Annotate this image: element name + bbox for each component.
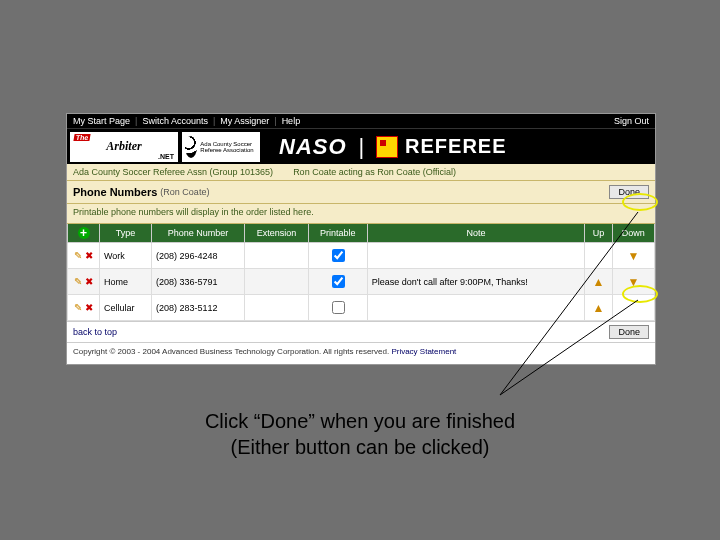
copyright: Copyright © 2003 - 2004 Advanced Busines… bbox=[67, 342, 655, 364]
soccer-ball-icon bbox=[185, 136, 197, 158]
referee-flag-icon bbox=[376, 136, 398, 158]
table-row: ✎ ✖Cellular(208) 283-5112▲ bbox=[68, 295, 655, 321]
header-up: Up bbox=[585, 224, 613, 243]
copyright-text: Copyright © 2003 - 2004 Advanced Busines… bbox=[73, 347, 389, 356]
cell-ext bbox=[245, 269, 309, 295]
delete-icon[interactable]: ✖ bbox=[85, 302, 93, 313]
nav-my-assigner[interactable]: My Assigner bbox=[220, 116, 269, 126]
table-row: ✎ ✖Home(208) 336-5791Please don't call a… bbox=[68, 269, 655, 295]
header-printable: Printable bbox=[308, 224, 367, 243]
cell-type: Work bbox=[100, 243, 152, 269]
arbiter-logo: The Arbiter .NET bbox=[69, 131, 179, 163]
page-subtitle: (Ron Coate) bbox=[160, 187, 209, 197]
cell-note bbox=[367, 243, 585, 269]
banner: The Arbiter .NET Ada County Soccer Refer… bbox=[67, 128, 655, 164]
privacy-link[interactable]: Privacy Statement bbox=[391, 347, 456, 356]
banner-divider: | bbox=[359, 134, 365, 160]
down-arrow-icon[interactable]: ▼ bbox=[627, 249, 639, 263]
edit-icon[interactable]: ✎ bbox=[74, 276, 82, 287]
cell-ext bbox=[245, 295, 309, 321]
nav-help[interactable]: Help bbox=[282, 116, 301, 126]
header-type: Type bbox=[100, 224, 152, 243]
section-hint: Printable phone numbers will display in … bbox=[67, 204, 655, 224]
cell-ext bbox=[245, 243, 309, 269]
header-ext: Extension bbox=[245, 224, 309, 243]
header-note: Note bbox=[367, 224, 585, 243]
cell-phone: (208) 296-4248 bbox=[152, 243, 245, 269]
arbiter-net: .NET bbox=[158, 153, 174, 160]
section-header: Phone Numbers (Ron Coate) Done bbox=[67, 181, 655, 204]
nav-sign-out[interactable]: Sign Out bbox=[614, 116, 649, 126]
page-title: Phone Numbers bbox=[73, 186, 157, 198]
breadcrumb: Ada County Soccer Referee Assn (Group 10… bbox=[67, 164, 655, 181]
delete-icon[interactable]: ✖ bbox=[85, 250, 93, 261]
naso-logo: NASO bbox=[279, 134, 347, 160]
cell-note bbox=[367, 295, 585, 321]
cell-phone: (208) 283-5112 bbox=[152, 295, 245, 321]
edit-icon[interactable]: ✎ bbox=[74, 250, 82, 261]
referee-wordmark: REFEREE bbox=[405, 135, 506, 157]
cell-note: Please don't call after 9:00PM, Thanks! bbox=[367, 269, 585, 295]
arbiter-the-badge: The bbox=[73, 134, 91, 141]
cell-type: Cellular bbox=[100, 295, 152, 321]
app-window: My Start Page | Switch Accounts | My Ass… bbox=[66, 113, 656, 365]
header-down: Down bbox=[612, 224, 654, 243]
add-icon[interactable]: + bbox=[78, 227, 90, 239]
nav-switch-accounts[interactable]: Switch Accounts bbox=[142, 116, 208, 126]
cell-type: Home bbox=[100, 269, 152, 295]
association-name: Ada County Soccer Referee Association bbox=[200, 141, 260, 153]
table-row: ✎ ✖Work(208) 296-4248▼ bbox=[68, 243, 655, 269]
header-phone: Phone Number bbox=[152, 224, 245, 243]
group-label: Ada County Soccer Referee Assn (Group 10… bbox=[73, 167, 273, 177]
delete-icon[interactable]: ✖ bbox=[85, 276, 93, 287]
association-logo: Ada County Soccer Referee Association bbox=[181, 131, 261, 163]
cell-phone: (208) 336-5791 bbox=[152, 269, 245, 295]
back-to-top-link[interactable]: back to top bbox=[73, 327, 117, 337]
up-arrow-icon[interactable]: ▲ bbox=[593, 301, 605, 315]
done-button-bottom[interactable]: Done bbox=[609, 325, 649, 339]
footer-bar: back to top Done bbox=[67, 321, 655, 342]
caption-line-2: (Either button can be clicked) bbox=[0, 436, 720, 459]
printable-checkbox[interactable] bbox=[332, 249, 345, 262]
printable-checkbox[interactable] bbox=[332, 301, 345, 314]
printable-checkbox[interactable] bbox=[332, 275, 345, 288]
done-button-top[interactable]: Done bbox=[609, 185, 649, 199]
header-add: + bbox=[68, 224, 100, 243]
nav-start[interactable]: My Start Page bbox=[73, 116, 130, 126]
acting-as-label: Ron Coate acting as Ron Coate (Official) bbox=[293, 167, 456, 177]
phone-table: + Type Phone Number Extension Printable … bbox=[67, 224, 655, 321]
edit-icon[interactable]: ✎ bbox=[74, 302, 82, 313]
up-arrow-icon[interactable]: ▲ bbox=[593, 275, 605, 289]
down-arrow-icon[interactable]: ▼ bbox=[627, 275, 639, 289]
caption-line-1: Click “Done” when you are finished bbox=[0, 410, 720, 433]
arbiter-wordmark: Arbiter bbox=[106, 139, 141, 154]
top-nav: My Start Page | Switch Accounts | My Ass… bbox=[67, 114, 655, 128]
